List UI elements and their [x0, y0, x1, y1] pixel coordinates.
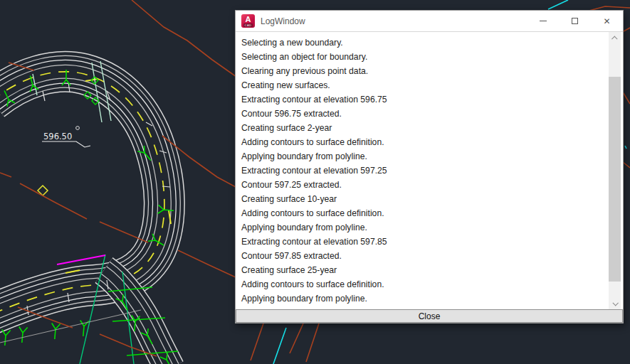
- log-line: Selecting an object for boundary.: [241, 50, 609, 64]
- scroll-up-button[interactable]: [609, 32, 621, 44]
- log-line: Creating new surfaces.: [241, 78, 609, 92]
- log-line: Extracting contour at elevation 598.13: [241, 306, 609, 309]
- log-line: Extracting contour at elevation 597.85: [241, 235, 609, 249]
- chevron-down-icon: [612, 300, 618, 306]
- scrollbar-thumb[interactable]: [609, 77, 621, 282]
- log-line: Creating surface 10-year: [241, 192, 609, 206]
- minimize-icon: [540, 21, 547, 21]
- elevation-label-text: 596.50: [43, 132, 72, 141]
- log-line: Contour 597.85 extracted.: [241, 249, 609, 263]
- log-line: Applying boundary from polyline.: [241, 149, 609, 164]
- log-line: Clearing any previous point data.: [241, 64, 609, 78]
- log-message-list: Selecting a new boundary.Selecting an ob…: [236, 32, 609, 309]
- autocad-icon-sub: CAD: [243, 23, 253, 27]
- log-window-dialog: A CAD LogWindow ✕ Selecting a new bounda…: [235, 10, 624, 323]
- log-line: Adding contours to surface definition.: [241, 206, 609, 220]
- titlebar[interactable]: A CAD LogWindow ✕: [236, 11, 623, 32]
- maximize-button[interactable]: [559, 11, 591, 32]
- scrollbar-track[interactable]: [609, 44, 621, 297]
- log-line: Applying boundary from polyline.: [241, 291, 609, 306]
- log-line: Contour 597.25 extracted.: [241, 178, 609, 192]
- log-line: Extracting contour at elevation 596.75: [241, 92, 609, 107]
- leader-node: [76, 127, 80, 130]
- log-content: Selecting a new boundary.Selecting an ob…: [236, 32, 623, 309]
- log-line: Selecting a new boundary.: [241, 36, 609, 50]
- window-controls: ✕: [527, 11, 623, 32]
- vertical-scrollbar[interactable]: [609, 32, 621, 309]
- label-leader-line: [42, 141, 90, 147]
- log-line: Applying boundary from polyline.: [241, 220, 609, 235]
- log-line: Adding contours to surface definition.: [241, 135, 609, 149]
- log-line: Creating surface 25-year: [241, 263, 609, 277]
- selected-segment: [57, 255, 105, 264]
- autocad-icon-letter: A: [246, 16, 251, 23]
- log-line: Contour 596.75 extracted.: [241, 107, 609, 121]
- close-icon: ✕: [603, 16, 610, 26]
- close-window-button[interactable]: ✕: [591, 11, 623, 32]
- autocad-icon: A CAD: [241, 14, 255, 28]
- log-line: Creating surface 2-year: [241, 121, 609, 135]
- minimize-button[interactable]: [527, 11, 559, 32]
- log-line: Adding contours to surface definition.: [241, 277, 609, 291]
- maximize-icon: [572, 18, 578, 24]
- window-title: LogWindow: [261, 16, 527, 26]
- scroll-down-button[interactable]: [609, 297, 621, 309]
- log-line: Extracting contour at elevation 597.25: [241, 164, 609, 178]
- chevron-up-icon: [611, 36, 617, 41]
- cad-elevation-label: 596.50: [42, 127, 90, 147]
- close-button[interactable]: Close: [236, 309, 623, 323]
